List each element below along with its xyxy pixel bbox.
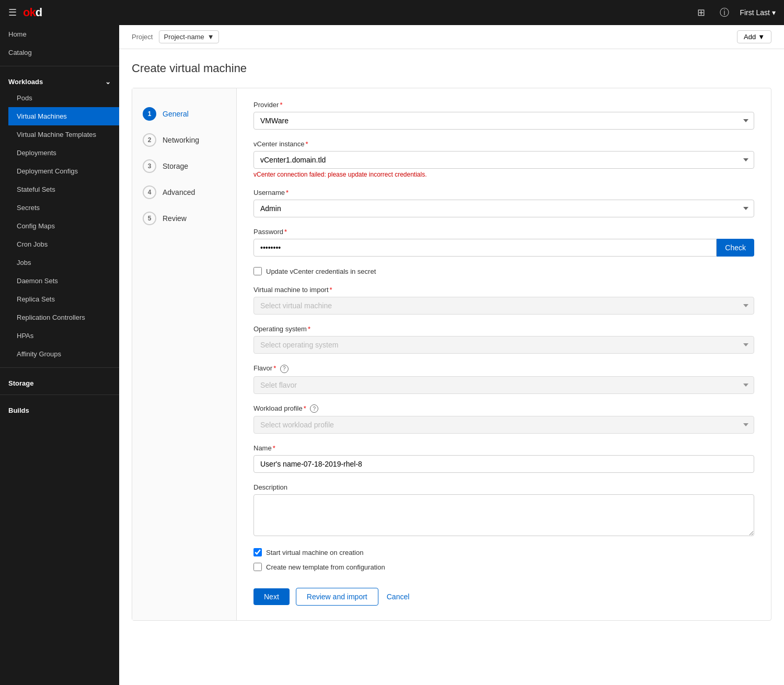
- sidebar-item-home[interactable]: Home: [0, 25, 119, 43]
- form-panel: Provider* VMWare vCenter instance* vCent…: [237, 88, 771, 620]
- sidebar-section-builds[interactable]: Builds: [0, 399, 119, 417]
- sidebar-item-deployments[interactable]: Deployments: [8, 144, 119, 162]
- check-button[interactable]: Check: [717, 239, 754, 257]
- wizard-container: 1 General 2 Networking 3 Storage 4 Advan…: [132, 88, 771, 621]
- main-content: Project Project-name ▼ Add ▼ Create virt…: [119, 25, 784, 685]
- step-3-storage[interactable]: 3 Storage: [132, 153, 236, 179]
- page-content: Create virtual machine 1 General 2 Netwo…: [119, 49, 784, 633]
- sidebar-item-config-maps[interactable]: Config Maps: [8, 217, 119, 235]
- step-label-4: Advanced: [163, 188, 195, 196]
- flavor-help-icon[interactable]: ?: [280, 365, 289, 373]
- description-label: Description: [253, 483, 754, 491]
- password-group: Password* Check: [253, 228, 754, 257]
- create-template-label[interactable]: Create new template from configuration: [266, 563, 385, 571]
- help-icon[interactable]: ⓘ: [716, 4, 733, 21]
- sidebar-label: Replication Controllers: [17, 314, 85, 321]
- vcenter-label: vCenter instance*: [253, 140, 754, 148]
- cancel-button[interactable]: Cancel: [385, 588, 412, 605]
- sidebar-item-jobs[interactable]: Jobs: [8, 253, 119, 272]
- sidebar-label: Virtual Machines: [17, 112, 67, 120]
- project-dropdown[interactable]: Project-name ▼: [159, 30, 218, 43]
- next-button[interactable]: Next: [253, 588, 290, 605]
- description-textarea[interactable]: [253, 494, 754, 536]
- sidebar-item-affinity-groups[interactable]: Affinity Groups: [8, 345, 119, 363]
- top-navigation: ☰ okd ⊞ ⓘ First Last ▾: [0, 0, 784, 25]
- section-label: Storage: [8, 379, 33, 387]
- sidebar-item-pods[interactable]: Pods: [8, 89, 119, 107]
- sidebar-item-vm-templates[interactable]: Virtual Machine Templates: [8, 125, 119, 144]
- step-circle-2: 2: [143, 133, 156, 147]
- workload-help-icon[interactable]: ?: [310, 404, 318, 413]
- sidebar-item-daemon-sets[interactable]: Daemon Sets: [8, 272, 119, 290]
- sidebar-item-replication-controllers[interactable]: Replication Controllers: [8, 308, 119, 327]
- os-group: Operating system* Select operating syste…: [253, 325, 754, 354]
- sidebar-section-storage[interactable]: Storage: [0, 372, 119, 390]
- sidebar-section-workloads[interactable]: Workloads ⌄: [0, 71, 119, 89]
- sidebar-label: Home: [8, 30, 27, 38]
- flavor-select[interactable]: Selet flavor: [253, 376, 754, 394]
- sidebar-item-catalog[interactable]: Catalog: [0, 43, 119, 62]
- os-select[interactable]: Select operating system: [253, 336, 754, 354]
- user-menu[interactable]: First Last ▾: [740, 8, 776, 17]
- start-vm-checkbox[interactable]: [253, 548, 262, 556]
- vm-import-select[interactable]: Select virtual machine: [253, 297, 754, 315]
- username-select[interactable]: Admin: [253, 200, 754, 217]
- flavor-label: Flavor* ?: [253, 364, 754, 373]
- sidebar-item-secrets[interactable]: Secrets: [8, 199, 119, 217]
- start-vm-label[interactable]: Start virtual machine on creation: [266, 549, 363, 556]
- chevron-down-icon: ▼: [207, 33, 214, 41]
- sidebar-item-virtual-machines[interactable]: Virtual Machines: [8, 107, 119, 125]
- step-4-advanced[interactable]: 4 Advanced: [132, 179, 236, 205]
- project-name: Project-name: [164, 33, 204, 41]
- sidebar-label: Secrets: [17, 204, 40, 212]
- review-and-import-button[interactable]: Review and import: [296, 588, 378, 606]
- update-credentials-checkbox[interactable]: [253, 267, 262, 275]
- add-button[interactable]: Add ▼: [737, 30, 771, 43]
- username-group: Username* Admin: [253, 189, 754, 217]
- sidebar-item-hpas[interactable]: HPAs: [8, 327, 119, 345]
- sidebar-label: Daemon Sets: [17, 277, 58, 285]
- os-label: Operating system*: [253, 325, 754, 333]
- sidebar-label: Config Maps: [17, 222, 55, 230]
- vcenter-select[interactable]: vCenter1.domain.tld: [253, 151, 754, 169]
- step-1-general[interactable]: 1 General: [132, 101, 236, 127]
- sidebar-item-deployment-configs[interactable]: Deployment Configs: [8, 162, 119, 180]
- chevron-down-icon: ▼: [758, 33, 765, 41]
- update-credentials-label[interactable]: Update vCenter credentials in secret: [266, 268, 376, 275]
- provider-select[interactable]: VMWare: [253, 112, 754, 130]
- section-label: Workloads: [8, 78, 43, 86]
- workloads-submenu: Pods Virtual Machines Virtual Machine Te…: [0, 89, 119, 363]
- sidebar-item-cron-jobs[interactable]: Cron Jobs: [8, 235, 119, 253]
- step-circle-3: 3: [143, 159, 156, 173]
- create-template-checkbox[interactable]: [253, 563, 262, 571]
- name-input[interactable]: [253, 455, 754, 473]
- step-5-review[interactable]: 5 Review: [132, 205, 236, 231]
- sidebar-item-replica-sets[interactable]: Replica Sets: [8, 290, 119, 308]
- vm-import-label: Virtual machine to import*: [253, 286, 754, 294]
- start-vm-row: Start virtual machine on creation: [253, 548, 754, 556]
- grid-icon[interactable]: ⊞: [693, 5, 709, 20]
- app-logo: okd: [23, 6, 42, 19]
- sidebar-label: Stateful Sets: [17, 185, 55, 193]
- step-2-networking[interactable]: 2 Networking: [132, 127, 236, 153]
- project-label: Project: [132, 33, 153, 41]
- sidebar-label: Virtual Machine Templates: [17, 131, 96, 138]
- update-credentials-row: Update vCenter credentials in secret: [253, 267, 754, 275]
- sidebar-label: HPAs: [17, 332, 33, 340]
- user-name: First Last: [740, 8, 770, 17]
- provider-group: Provider* VMWare: [253, 101, 754, 130]
- password-input[interactable]: [253, 239, 717, 257]
- password-label: Password*: [253, 228, 754, 236]
- description-group: Description: [253, 483, 754, 538]
- username-label: Username*: [253, 189, 754, 196]
- step-circle-5: 5: [143, 212, 156, 225]
- workload-label: Workload profile* ?: [253, 404, 754, 413]
- sidebar-item-stateful-sets[interactable]: Stateful Sets: [8, 180, 119, 199]
- hamburger-menu[interactable]: ☰: [8, 7, 17, 18]
- sidebar: Home Catalog Workloads ⌄ Pods Virtual Ma…: [0, 25, 119, 685]
- sidebar-label: Deployments: [17, 149, 56, 157]
- chevron-icon: ⌄: [105, 78, 111, 86]
- header-bar: Project Project-name ▼ Add ▼: [119, 25, 784, 49]
- workload-select[interactable]: Select workload profile: [253, 416, 754, 434]
- page-title: Create virtual machine: [132, 62, 771, 75]
